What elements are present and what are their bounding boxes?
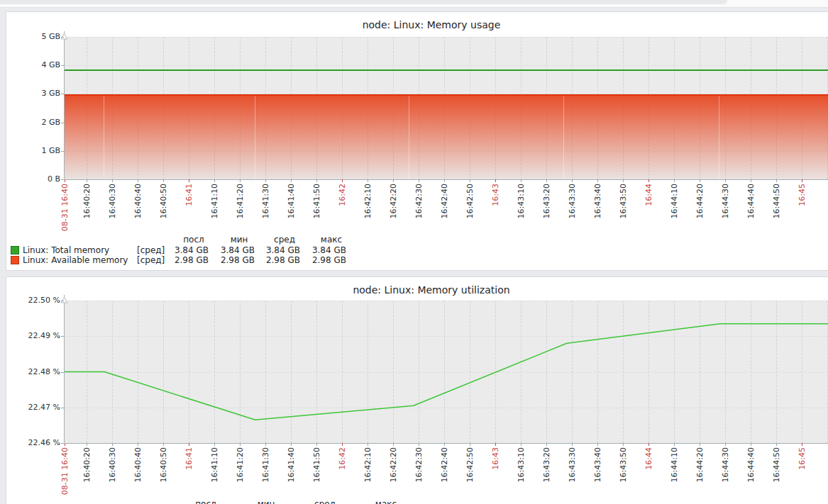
x-tick-label: 16:44:10 [670, 447, 679, 482]
x-tick-label: 16:41:10 [210, 447, 219, 482]
y-tick-label: 22.46 % [6, 438, 60, 447]
memory-utilization-plot[interactable]: 08-31 16:4016:40:2016:40:3016:40:4016:40… [65, 301, 828, 443]
x-tick-label: 16:42:20 [389, 447, 398, 482]
x-tick [725, 443, 726, 446]
chart-title-memory-utilization: node: Linux: Memory utilization [6, 284, 828, 296]
x-tick-label: 16:43 [491, 184, 500, 206]
area-segment-seam [563, 96, 564, 179]
x-tick [597, 179, 598, 182]
x-tick-label: 08-31 16:40 [60, 184, 70, 231]
x-tick [316, 179, 317, 182]
x-tick-label: 16:44:30 [721, 447, 730, 482]
x-tick [648, 179, 649, 182]
x-tick-label: 16:42:20 [389, 184, 398, 218]
legend-value: 2.98 GB [289, 255, 346, 265]
x-tick-label: 16:45 [797, 184, 807, 206]
legend-series-name: Linux: Total memory [23, 245, 109, 255]
x-tick-label: 16:43:20 [542, 447, 551, 482]
x-tick [546, 443, 547, 446]
x-tick-label: 16:40:50 [159, 184, 168, 218]
x-tick [700, 179, 700, 182]
x-tick [240, 443, 241, 446]
x-tick-label: 16:45 [797, 447, 807, 470]
x-tick [444, 179, 445, 182]
x-tick [725, 179, 726, 182]
x-tick-label: 16:41:50 [312, 184, 321, 218]
x-tick [87, 443, 87, 446]
x-tick-label: 16:41:40 [287, 184, 296, 218]
y-tick [61, 37, 64, 38]
x-tick-label: 16:43:30 [568, 184, 577, 218]
y-tick [61, 151, 64, 152]
y-tick [61, 94, 64, 94]
area-segment-seam [255, 96, 255, 179]
x-tick [572, 179, 573, 182]
x-tick-label: 16:43:40 [593, 184, 602, 218]
y-tick [61, 336, 64, 337]
y-tick-label: 22.48 % [6, 367, 60, 376]
x-tick-label: 16:40:30 [108, 447, 117, 482]
x-tick [521, 443, 521, 446]
x-tick [342, 179, 343, 182]
x-tick [751, 179, 751, 182]
y-tick-label: 5 GB [6, 32, 60, 41]
x-tick [751, 443, 751, 446]
y-tick-label: 0 B [6, 174, 60, 184]
x-tick-label: 16:44 [644, 184, 653, 206]
x-tick-label: 16:44:50 [772, 184, 781, 218]
memory-usage-plot[interactable]: 08-31 16:4016:40:2016:40:3016:40:4016:40… [65, 37, 828, 179]
legend-swatch[interactable] [11, 246, 19, 254]
x-tick [470, 179, 470, 182]
total-memory-line [65, 69, 828, 71]
y-tick-label: 22.47 % [6, 403, 60, 412]
utilization-line [65, 301, 828, 443]
x-tick [393, 443, 394, 446]
x-tick [214, 179, 215, 182]
x-tick-label: 16:42:40 [440, 447, 449, 482]
x-tick-label: 16:40:40 [133, 184, 143, 218]
legend-swatch[interactable] [11, 256, 19, 264]
x-tick [802, 179, 802, 182]
x-tick-label: 16:42:40 [440, 184, 449, 218]
x-tick-label: 16:44:20 [695, 184, 705, 218]
x-tick [189, 179, 189, 182]
x-tick [572, 443, 573, 446]
x-tick-label: 16:42:30 [414, 447, 424, 482]
x-tick [316, 443, 317, 446]
x-tick [87, 179, 87, 182]
x-tick-label: 16:40:50 [159, 447, 168, 482]
y-tick [61, 123, 64, 123]
x-tick-label: 16:43:10 [517, 447, 526, 482]
x-tick [65, 443, 65, 446]
x-tick-label: 16:44:40 [746, 447, 756, 482]
x-tick-label: 16:43:30 [568, 447, 577, 482]
x-tick-label: 16:42:50 [465, 184, 475, 218]
x-tick-label: 08-31 16:40 [60, 447, 70, 495]
x-tick-label: 16:44:50 [772, 447, 781, 482]
x-tick-label: 16:42 [338, 447, 347, 470]
x-tick-label: 16:40:40 [133, 447, 143, 482]
legend-stat-header: сред [297, 499, 353, 504]
x-tick-label: 16:41:20 [236, 447, 245, 482]
x-tick [163, 443, 164, 446]
x-tick [700, 443, 700, 446]
x-tick [368, 443, 368, 446]
x-tick-label: 16:43:40 [593, 447, 602, 482]
x-tick-label: 16:41:10 [210, 184, 219, 218]
memory-utilization-widget: node: Linux: Memory utilization 08-31 16… [6, 276, 828, 504]
x-tick [597, 443, 598, 446]
x-tick-label: 16:40:20 [82, 447, 92, 482]
area-segment-seam [719, 96, 719, 179]
x-tick [291, 179, 292, 182]
x-axis [65, 443, 828, 444]
x-tick [138, 179, 138, 182]
x-tick [470, 443, 470, 446]
y-tick [61, 443, 64, 444]
legend-stat-header: мин [238, 499, 294, 504]
x-tick-label: 16:41 [184, 447, 194, 470]
x-tick-label: 16:42:10 [363, 184, 372, 218]
x-tick-label: 16:43:10 [517, 184, 526, 218]
x-tick [648, 443, 649, 446]
x-tick [495, 443, 496, 446]
x-tick-label: 16:44 [644, 447, 653, 470]
